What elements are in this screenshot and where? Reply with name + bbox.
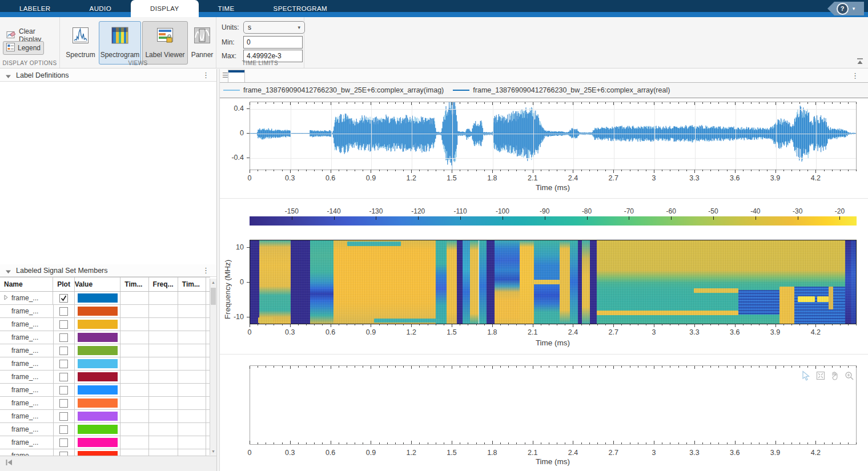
minor-tick — [686, 366, 687, 368]
minor-tick — [460, 170, 460, 171]
scroll-down-icon[interactable]: ▼ — [210, 449, 216, 453]
members-header[interactable]: Labeled Signal Set Members ⋮ — [0, 264, 216, 277]
tab-display[interactable]: DISPLAY — [131, 0, 199, 17]
column-header-freq[interactable]: Freq... — [149, 277, 178, 291]
pan-hand-icon[interactable] — [830, 371, 840, 383]
view-button-label: Panner — [191, 51, 214, 59]
table-row[interactable]: frame_... — [0, 436, 210, 449]
zoom-in-icon[interactable] — [844, 371, 854, 383]
legend-toggle-button[interactable]: Legend — [3, 41, 44, 55]
cursor-icon[interactable] — [801, 371, 811, 383]
column-header-tim[interactable]: Tim... — [120, 277, 148, 291]
minor-tick — [702, 366, 703, 368]
table-row[interactable]: frame_... — [0, 357, 210, 371]
kebab-menu-icon[interactable]: ⋮ — [202, 266, 210, 275]
plot-checkbox[interactable] — [59, 320, 68, 329]
member-name-cell: frame_... — [0, 371, 54, 383]
plot-checkbox[interactable] — [59, 333, 68, 342]
major-tick — [290, 102, 291, 105]
table-row[interactable]: frame_... — [0, 318, 210, 331]
plot-checkbox[interactable] — [59, 307, 68, 316]
waveform-plot[interactable] — [250, 102, 857, 170]
plot-checkbox[interactable] — [59, 360, 68, 368]
table-row[interactable]: frame_... — [0, 423, 210, 436]
major-tick — [735, 324, 736, 327]
figure-divider — [220, 198, 868, 199]
plot-checkbox[interactable] — [59, 412, 68, 421]
plot-checkbox[interactable] — [59, 347, 68, 355]
minor-tick — [395, 102, 396, 104]
kebab-menu-icon[interactable]: ⋮ — [202, 71, 210, 79]
spectrogram-plot[interactable] — [250, 240, 857, 324]
scrollbar-thumb[interactable] — [211, 288, 216, 305]
column-header-plot[interactable]: Plot — [53, 277, 74, 291]
tab-time[interactable]: TIME — [199, 0, 254, 17]
minor-tick — [686, 324, 687, 325]
minor-tick — [403, 102, 404, 104]
x-tick-label: 3.6 — [730, 449, 740, 457]
skip-to-start-icon[interactable] — [5, 458, 13, 469]
freq-cell — [149, 410, 178, 422]
column-header-name[interactable]: Name — [0, 277, 53, 291]
minor-tick — [387, 366, 388, 368]
time-cell-2 — [178, 397, 206, 409]
tab-spectrogram[interactable]: SPECTROGRAM — [254, 0, 347, 17]
table-row[interactable]: frame_... — [0, 292, 210, 305]
column-header-value[interactable]: Value — [75, 277, 121, 291]
spectrum-button[interactable]: Spectrum — [63, 21, 98, 65]
major-tick — [331, 102, 331, 105]
fit-view-icon[interactable] — [815, 371, 826, 383]
table-row[interactable]: frame_... — [0, 331, 210, 344]
minor-tick — [686, 170, 687, 171]
collapse-ribbon-button[interactable] — [855, 58, 865, 66]
plot-checkbox[interactable] — [59, 399, 68, 408]
freq-cell — [149, 331, 178, 344]
x-tick-label: 2.7 — [609, 174, 618, 182]
table-vertical-scrollbar[interactable]: ▲ ▼ — [210, 279, 216, 455]
minor-tick — [791, 102, 792, 104]
colorbar-tick — [376, 216, 376, 220]
units-dropdown[interactable]: s ▾ — [243, 21, 305, 34]
expand-row-icon[interactable] — [4, 294, 8, 302]
table-row[interactable]: frame_... — [0, 305, 210, 318]
figure-tab-selected[interactable] — [228, 70, 245, 82]
table-row[interactable]: frame_... — [0, 397, 210, 410]
plot-checkbox[interactable] — [59, 438, 68, 447]
plot-checkbox[interactable] — [59, 425, 68, 434]
major-tick — [815, 441, 816, 444]
table-row[interactable]: frame_... — [0, 384, 210, 397]
table-row[interactable]: frame_... — [0, 344, 210, 357]
table-row[interactable]: frame_... — [0, 410, 210, 423]
minor-tick — [516, 170, 517, 171]
spectrogram-button[interactable]: Spectrogram — [99, 21, 141, 65]
minor-tick — [840, 442, 841, 444]
plot-checkbox[interactable] — [59, 294, 68, 303]
label-viewer-button[interactable]: Label Viewer — [142, 21, 188, 65]
plot-checkbox[interactable] — [59, 373, 68, 381]
major-tick — [694, 366, 695, 369]
minor-tick — [670, 170, 670, 171]
minor-tick — [743, 324, 744, 325]
panner-plot[interactable] — [250, 365, 857, 445]
min-input[interactable] — [243, 36, 303, 49]
tab-labeler[interactable]: LABELER — [0, 0, 70, 17]
collapse-triangle-icon[interactable] — [6, 70, 11, 80]
panner-button[interactable]: Panner — [189, 21, 215, 65]
scroll-up-icon[interactable]: ▲ — [210, 280, 216, 284]
freq-cell — [149, 371, 178, 383]
member-name: frame_... — [11, 307, 38, 315]
x-tick-label: 2.7 — [609, 449, 618, 457]
table-row[interactable]: frame_... — [0, 371, 210, 384]
plot-checkbox[interactable] — [59, 386, 68, 394]
spectrogram-icon — [111, 27, 128, 46]
collapse-triangle-icon[interactable] — [6, 265, 11, 276]
label-definitions-header[interactable]: Label Definitions ⋮ — [0, 69, 216, 82]
kebab-menu-icon[interactable]: ⋮ — [851, 71, 859, 80]
column-header-tim[interactable]: Tim... — [178, 277, 206, 291]
minor-tick — [710, 324, 711, 325]
minor-tick — [597, 170, 598, 171]
help-button[interactable]: ? ▾ — [827, 2, 864, 15]
ribbon: Clear Display Legend DISPLAY OPTIONS Spe… — [0, 17, 868, 69]
x-tick-label: 2.1 — [528, 328, 537, 336]
tab-audio[interactable]: AUDIO — [70, 0, 131, 17]
